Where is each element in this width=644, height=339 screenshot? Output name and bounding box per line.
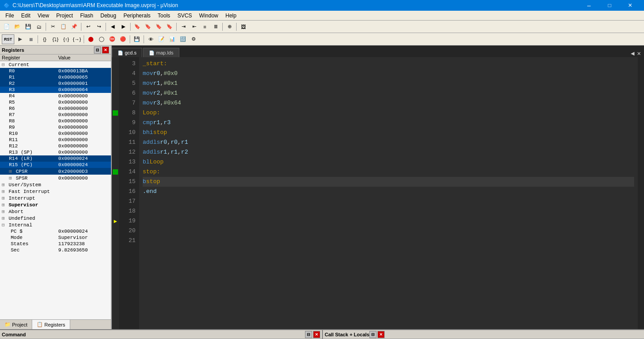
outdent2-btn[interactable]: ≣: [211, 22, 220, 32]
reg-data-row[interactable]: ⊞ CPSR0x200000D3: [0, 168, 111, 175]
tab-registers[interactable]: 📋 Registers: [32, 320, 70, 329]
step-over-btn[interactable]: {⤵}: [51, 34, 60, 44]
reg-data-row[interactable]: R13 (SP)0x00000000: [0, 149, 111, 155]
code-line[interactable]: .end: [143, 187, 634, 197]
code-content[interactable]: _start: mov r0,#0x0 mov r1,#0x1 mov r2,#…: [139, 57, 638, 329]
nav-back-btn[interactable]: ◀: [108, 22, 118, 32]
reg-internal-row[interactable]: Sec9.82693650: [0, 247, 111, 253]
reg-data-row[interactable]: R15 (PC)0x00000024: [0, 162, 111, 168]
code-line[interactable]: bhi stop: [143, 128, 634, 138]
reg-group-row[interactable]: ⊞ Undefined: [0, 215, 111, 222]
reg-data-row[interactable]: R120x00000000: [0, 143, 111, 149]
disasm-btn[interactable]: 📝: [157, 34, 166, 44]
break-win-btn[interactable]: 🔴: [118, 34, 128, 44]
save-btn[interactable]: 💾: [23, 22, 33, 32]
save-all-btn[interactable]: 🗂: [34, 22, 44, 32]
tab-gcd-s[interactable]: 📄 gcd.s: [112, 48, 142, 57]
reg-data-row[interactable]: R80x00000000: [0, 118, 111, 124]
menu-project[interactable]: Project: [53, 12, 76, 20]
step-out-btn[interactable]: {↑}: [61, 34, 71, 44]
code-line[interactable]: addls r0,r0,r1: [143, 138, 634, 147]
reg-group-row[interactable]: ⊟ Current: [0, 61, 111, 68]
reg-data-row[interactable]: R10x00000065: [0, 74, 111, 80]
reg-group-row[interactable]: ⊟ Internal: [0, 222, 111, 228]
redo-btn[interactable]: ↪: [94, 22, 104, 32]
cs-float-btn[interactable]: ⊟: [369, 331, 377, 338]
menu-peripherals[interactable]: Peripherals: [120, 12, 154, 20]
menu-edit[interactable]: Edit: [17, 12, 34, 20]
tab-project[interactable]: 📁 Project: [0, 320, 32, 329]
tab-map-lds[interactable]: 📄 map.lds: [143, 48, 179, 57]
bookmark-btn[interactable]: 🔖: [132, 22, 142, 32]
close-panel-btn[interactable]: ✕: [102, 46, 109, 54]
breakpoint-btn[interactable]: ⬤: [86, 34, 96, 44]
maximize-button[interactable]: □: [599, 0, 620, 11]
reg-group-row[interactable]: ⊞ User/System: [0, 181, 111, 188]
regs-btn[interactable]: 🔢: [178, 34, 188, 44]
reg-internal-row[interactable]: ModeSupervisor: [0, 234, 111, 241]
tab-close-btn[interactable]: ✕: [636, 50, 642, 57]
tab-scroll-left[interactable]: ◀: [629, 50, 636, 57]
insert-btn[interactable]: ⊕: [225, 22, 234, 32]
indent-btn[interactable]: ⇥: [178, 22, 188, 32]
close-button[interactable]: ✕: [620, 0, 640, 11]
reg-group-row[interactable]: ⊞ Abort: [0, 208, 111, 215]
copy-btn[interactable]: 📋: [59, 22, 68, 32]
paste-btn[interactable]: 📌: [69, 22, 79, 32]
reg-group-row[interactable]: ⊞ Fast Interrupt: [0, 188, 111, 195]
menu-window[interactable]: Window: [195, 12, 222, 20]
cs-close-btn[interactable]: ✕: [377, 331, 385, 338]
reg-data-row[interactable]: R30x00000064: [0, 87, 111, 93]
disable-break-btn[interactable]: ⛔: [107, 34, 117, 44]
run-btn[interactable]: ▶: [15, 34, 25, 44]
clear-break-btn[interactable]: ◯: [97, 34, 106, 44]
code-line[interactable]: addls r1,r1,r2: [143, 147, 634, 157]
menu-help[interactable]: Help: [222, 12, 240, 20]
code-line[interactable]: mov r2,#0x1: [143, 88, 634, 98]
editor-scrollbar[interactable]: [638, 57, 644, 329]
float-btn[interactable]: ⊟: [94, 46, 101, 54]
code-line[interactable]: mov r0,#0x0: [143, 69, 634, 79]
reg-data-row[interactable]: R100x00000000: [0, 130, 111, 137]
nav-fwd-btn[interactable]: ▶: [119, 22, 128, 32]
bookmark3-btn[interactable]: 🔖: [154, 22, 164, 32]
bookmark2-btn[interactable]: 🔖: [143, 22, 153, 32]
reg-group-row[interactable]: ⊞ Supervisor: [0, 201, 111, 208]
reg-data-row[interactable]: R14 (LR)0x00000024: [0, 155, 111, 162]
run-to-cursor-btn[interactable]: {→}: [72, 34, 82, 44]
indent2-btn[interactable]: ≡: [200, 22, 210, 32]
reg-data-row[interactable]: R90x00000000: [0, 124, 111, 130]
code-line[interactable]: _start:: [143, 59, 634, 69]
reg-internal-row[interactable]: PC $0x00000024: [0, 228, 111, 234]
reg-data-row[interactable]: R70x00000000: [0, 112, 111, 118]
menu-svcs[interactable]: SVCS: [174, 12, 196, 20]
reg-data-row[interactable]: R110x00000000: [0, 137, 111, 143]
undo-btn[interactable]: ↩: [83, 22, 93, 32]
reg-data-row[interactable]: R00x000013BA: [0, 68, 111, 74]
code-line[interactable]: mov r3,#0x64: [143, 98, 634, 108]
reg-data-row[interactable]: R20x00000001: [0, 80, 111, 87]
screenshot-btn[interactable]: 🖼: [238, 22, 248, 32]
code-line[interactable]: cmp r1,r3: [143, 118, 634, 128]
watch-btn[interactable]: 👁: [146, 34, 156, 44]
new-file-btn[interactable]: 📄: [2, 22, 12, 32]
menu-debug[interactable]: Debug: [97, 12, 120, 20]
code-line[interactable]: bl Loop: [143, 157, 634, 167]
code-line[interactable]: Loop:: [143, 108, 634, 118]
step-into-btn[interactable]: {}: [40, 34, 50, 44]
debug-menu-btn[interactable]: ⚙: [189, 34, 199, 44]
code-line[interactable]: b stop: [143, 177, 634, 187]
reg-data-row[interactable]: ⊞ SPSR0x00000000: [0, 175, 111, 181]
memory-btn[interactable]: 💾: [132, 34, 142, 44]
rst-btn[interactable]: RST: [2, 34, 14, 44]
cut-btn[interactable]: ✂: [48, 22, 58, 32]
reg-internal-row[interactable]: States117923238: [0, 241, 111, 247]
code-line[interactable]: stop:: [143, 167, 634, 177]
reg-data-row[interactable]: R60x00000000: [0, 105, 111, 112]
reg-data-row[interactable]: R40x00000000: [0, 93, 111, 99]
stack-btn[interactable]: 📊: [167, 34, 177, 44]
stop-btn[interactable]: ⏹: [26, 34, 36, 44]
menu-file[interactable]: File: [2, 12, 17, 20]
menu-tools[interactable]: Tools: [154, 12, 174, 20]
reg-data-row[interactable]: R50x00000000: [0, 99, 111, 105]
